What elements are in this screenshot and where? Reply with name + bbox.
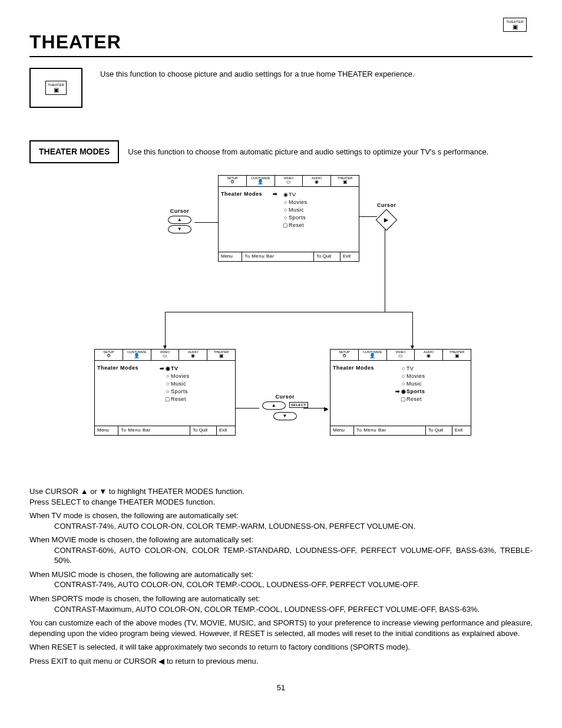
up-arrow-icon: ▲ [168, 216, 191, 224]
page-number: 51 [29, 683, 533, 693]
intro-text: Use this function to choose picture and … [100, 68, 415, 80]
theater-modes-desc: Use this function to choose from automat… [128, 147, 488, 157]
projector-icon: ▣ [48, 87, 64, 93]
page-title: THEATER [29, 29, 533, 57]
right-arrow-icon: ▶ [385, 216, 389, 223]
up-arrow-icon: ▲ [262, 401, 286, 410]
intro-icon-box: THEATER ▣ [29, 68, 82, 108]
osd-panel-3: SETUP⚙ CUSTOMIZE👤 VIDEO▭ AUDIO◉ THEATER▣… [330, 349, 471, 436]
down-arrow-icon: ▼ [273, 412, 297, 420]
osd-panel-1: SETUP⚙ CUSTOMIZE👤 VIDEO▭ AUDIO◉ THEATER▣… [218, 175, 359, 262]
theater-modes-label: THEATER MODES [29, 140, 119, 163]
header-theater-icon: THEATER ▣ [503, 18, 527, 32]
osd-panel-2: SETUP⚙ CUSTOMIZE👤 VIDEO▭ AUDIO◉ THEATER▣… [94, 349, 236, 436]
cursor-updown-1: Cursor ▲ ▼ [168, 207, 191, 235]
down-arrow-icon: ▼ [168, 225, 191, 233]
select-button: SELECT [289, 402, 308, 408]
cursor-updown-select: Cursor ▲ SELECT ▼ [262, 393, 308, 421]
flow-diagram: SETUP⚙ CUSTOMIZE👤 VIDEO▭ AUDIO◉ THEATER▣… [29, 175, 533, 482]
instructions-block: Use CURSOR ▲ or ▼ to highlight THEATER M… [29, 486, 533, 666]
cursor-right-1: Cursor ▶ [377, 202, 396, 231]
projector-icon: ▣ [505, 24, 525, 30]
